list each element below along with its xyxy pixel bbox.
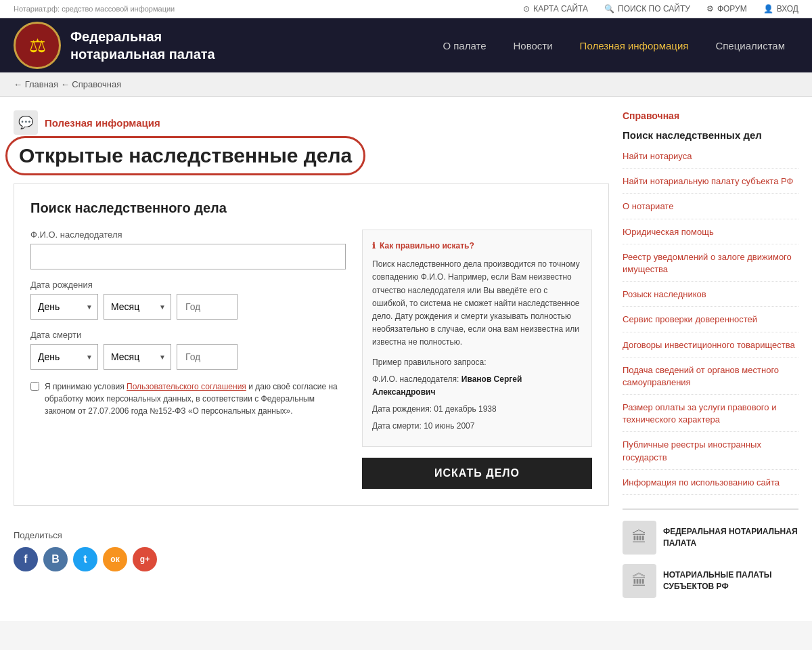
fio-group: Ф.И.О. наследодателя bbox=[30, 230, 346, 269]
death-day-wrapper: День bbox=[30, 344, 98, 370]
birth-day-wrapper: День bbox=[30, 294, 98, 320]
agreement-row: Я принимаю условия Пользовательского сог… bbox=[30, 381, 346, 417]
sidebar-link-7[interactable]: Договоры инвестиционного товарищества bbox=[623, 339, 798, 358]
org-name-0: ФЕДЕРАЛЬНАЯ НОТАРИАЛЬНАЯ ПАЛАТА bbox=[663, 526, 798, 549]
nav-o-palate[interactable]: О палате bbox=[429, 21, 499, 70]
share-section: Поделиться f В t ок g+ bbox=[14, 519, 609, 571]
search-top-icon: 🔍 bbox=[604, 4, 614, 14]
twitter-btn[interactable]: t bbox=[73, 547, 97, 571]
sidebar-link-3[interactable]: Юридическая помощь bbox=[623, 226, 798, 244]
breadcrumb-home[interactable]: Главная bbox=[25, 79, 58, 89]
share-label: Поделиться bbox=[14, 530, 609, 540]
birth-group: Дата рождения День Месяц bbox=[30, 279, 346, 320]
main-content: 💬 Полезная информация Открытые наследств… bbox=[14, 110, 609, 607]
death-label: Дата смерти bbox=[30, 330, 81, 340]
sidebar-link-8[interactable]: Подача сведений от органов местного само… bbox=[623, 364, 798, 395]
sidebar-link-10[interactable]: Публичные реестры иностранных государств bbox=[623, 439, 798, 469]
page-layout: 💬 Полезная информация Открытые наследств… bbox=[0, 97, 812, 621]
login-label: ВХОД bbox=[777, 4, 798, 14]
sidebar-link-4[interactable]: Реестр уведомлений о залоге движимого им… bbox=[623, 251, 798, 282]
vkontakte-btn[interactable]: В bbox=[43, 547, 68, 571]
forum-label: ФОРУМ bbox=[717, 4, 747, 14]
page-title-wrapper: Открытые наследственные дела bbox=[14, 142, 357, 170]
example-title: Пример правильного запроса: bbox=[372, 356, 582, 369]
death-month-select[interactable]: Месяц bbox=[104, 344, 171, 370]
death-day-select[interactable]: День bbox=[30, 344, 98, 370]
breadcrumb: ← Главная ← Справочная bbox=[0, 72, 812, 97]
search-top-link[interactable]: 🔍 ПОИСК ПО САЙТУ bbox=[604, 4, 690, 14]
sidebar-link-0[interactable]: Найти нотариуса bbox=[623, 150, 798, 169]
agreement-text: Я принимаю условия Пользовательского сог… bbox=[45, 381, 346, 417]
map-icon: ⊙ bbox=[523, 4, 530, 14]
login-link[interactable]: 👤 ВХОД bbox=[763, 4, 798, 14]
form-right: ℹ Как правильно искать? Поиск наследстве… bbox=[362, 230, 592, 489]
googleplus-btn[interactable]: g+ bbox=[133, 547, 157, 571]
example-death: Дата смерти: 10 июнь 2007 bbox=[372, 420, 582, 433]
sidebar-link-1[interactable]: Найти нотариальную палату субъекта РФ bbox=[623, 175, 798, 194]
nav-poleznaya[interactable]: Полезная информация bbox=[566, 21, 702, 70]
form-left: Ф.И.О. наследодателя Дата рождения День bbox=[30, 230, 346, 489]
topbar: Нотариат.рф: средство массовой информаци… bbox=[0, 0, 812, 18]
agreement-link[interactable]: Пользовательского соглашения bbox=[127, 382, 246, 391]
odnoklassniki-btn[interactable]: ок bbox=[103, 547, 127, 571]
help-text: Поиск наследственного дела производится … bbox=[372, 258, 582, 349]
sidebar-link-2[interactable]: О нотариате bbox=[623, 200, 798, 219]
sidebar-link-9[interactable]: Размер оплаты за услуги правового и техн… bbox=[623, 402, 798, 432]
sidebar-link-5[interactable]: Розыск наследников bbox=[623, 288, 798, 307]
logo-area: Федеральная нотариальная палата bbox=[14, 22, 246, 69]
org-icon-1: 🏛 bbox=[623, 564, 656, 598]
site-title: Федеральная нотариальная палата bbox=[70, 28, 246, 63]
breadcrumb-spravochnaya[interactable]: Справочная bbox=[72, 79, 121, 89]
death-date-fields: День Месяц bbox=[30, 344, 346, 370]
sitemap-label: КАРТА САЙТА bbox=[533, 4, 588, 14]
nav-specialistam[interactable]: Специалистам bbox=[702, 21, 798, 70]
agreement-checkbox[interactable] bbox=[30, 382, 39, 391]
social-icons: f В t ок g+ bbox=[14, 547, 609, 571]
sidebar: Справочная Поиск наследственных дел Найт… bbox=[623, 110, 798, 607]
example-birth: Дата рождения: 01 декабрь 1938 bbox=[372, 403, 582, 416]
logo-badge bbox=[14, 22, 61, 69]
search-form: Поиск наследственного дела Ф.И.О. наслед… bbox=[14, 183, 609, 506]
form-title: Поиск наследственного дела bbox=[30, 200, 592, 216]
birth-month-select[interactable]: Месяц bbox=[104, 294, 171, 320]
org-icon-0: 🏛 bbox=[623, 521, 656, 555]
forum-link[interactable]: ⚙ ФОРУМ bbox=[706, 4, 747, 14]
section-icon: 💬 bbox=[14, 110, 38, 135]
section-label-text: Полезная информация bbox=[45, 117, 160, 129]
org-item-0: 🏛 ФЕДЕРАЛЬНАЯ НОТАРИАЛЬНАЯ ПАЛАТА bbox=[623, 521, 798, 555]
sidebar-section-title: Справочная bbox=[623, 110, 798, 121]
arrow-left-icon: ← bbox=[14, 79, 25, 89]
sitemap-link[interactable]: ⊙ КАРТА САЙТА bbox=[523, 4, 588, 14]
fio-input[interactable] bbox=[30, 244, 346, 269]
help-box-title: ℹ Как правильно искать? bbox=[372, 240, 582, 253]
death-year-input[interactable] bbox=[177, 344, 238, 370]
birth-month-wrapper: Месяц bbox=[104, 294, 171, 320]
search-top-label: ПОИСК ПО САЙТУ bbox=[618, 4, 690, 14]
breadcrumb-sep: ← bbox=[61, 79, 72, 89]
death-group: Дата смерти День Месяц bbox=[30, 329, 346, 370]
org-name-1: НОТАРИАЛЬНЫЕ ПАЛАТЫ СУБЪЕКТОВ РФ bbox=[663, 569, 798, 592]
sidebar-link-11[interactable]: Информация по использованию сайта bbox=[623, 477, 798, 495]
sidebar-org: 🏛 ФЕДЕРАЛЬНАЯ НОТАРИАЛЬНАЯ ПАЛАТА 🏛 НОТА… bbox=[623, 508, 798, 598]
two-col-form: Ф.И.О. наследодателя Дата рождения День bbox=[30, 230, 592, 489]
birth-label: Дата рождения bbox=[30, 280, 93, 290]
fio-label: Ф.И.О. наследодателя bbox=[30, 230, 346, 240]
forum-icon: ⚙ bbox=[706, 4, 714, 14]
sidebar-main-link: Поиск наследственных дел bbox=[623, 129, 798, 141]
search-button[interactable]: ИСКАТЬ ДЕЛО bbox=[362, 458, 592, 489]
sidebar-link-6[interactable]: Сервис проверки доверенностей bbox=[623, 313, 798, 332]
site-info: Нотариат.рф: средство массовой информаци… bbox=[14, 5, 175, 13]
birth-date-fields: День Месяц bbox=[30, 294, 346, 320]
birth-day-select[interactable]: День bbox=[30, 294, 98, 320]
main-nav: О палате Новости Полезная информация Спе… bbox=[429, 21, 798, 70]
section-label: 💬 Полезная информация bbox=[14, 110, 609, 135]
help-example: Пример правильного запроса: Ф.И.О. насле… bbox=[372, 356, 582, 433]
org-item-1: 🏛 НОТАРИАЛЬНЫЕ ПАЛАТЫ СУБЪЕКТОВ РФ bbox=[623, 564, 798, 598]
user-icon: 👤 bbox=[763, 4, 773, 14]
birth-year-input[interactable] bbox=[177, 294, 238, 320]
nav-novosti[interactable]: Новости bbox=[500, 21, 566, 70]
facebook-btn[interactable]: f bbox=[14, 547, 38, 571]
info-icon: ℹ bbox=[372, 240, 376, 253]
header: Федеральная нотариальная палата О палате… bbox=[0, 18, 812, 72]
page-title: Открытые наследственные дела bbox=[14, 142, 357, 170]
